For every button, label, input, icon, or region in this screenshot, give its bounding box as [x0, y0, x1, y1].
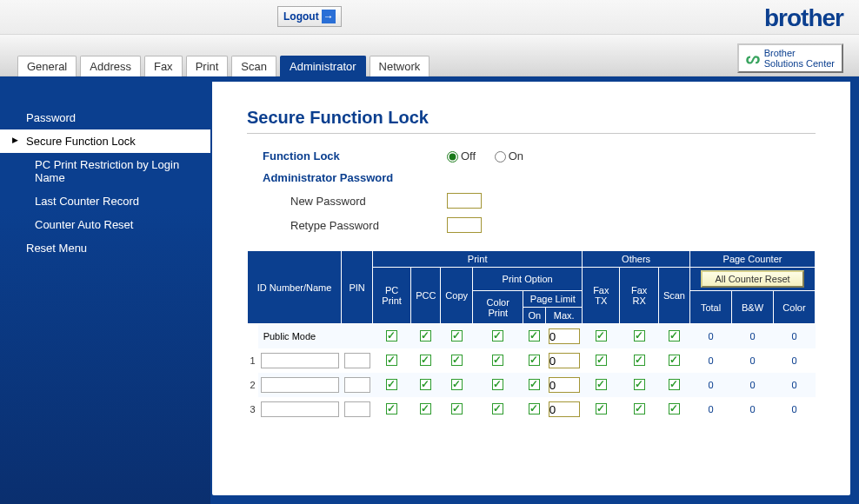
- colorprint-checkbox[interactable]: [492, 403, 503, 414]
- color-value: 0: [774, 324, 816, 349]
- col-pagecounter: Page Counter: [690, 251, 816, 268]
- pcc-checkbox[interactable]: [420, 355, 431, 366]
- brand-logo: brother: [764, 4, 843, 32]
- retype-password-label: Retype Password: [247, 219, 447, 232]
- plon-checkbox[interactable]: [529, 330, 540, 342]
- color-value: 0: [774, 373, 816, 397]
- tab-administrator[interactable]: Administrator: [280, 56, 366, 76]
- pcprint-checkbox[interactable]: [386, 379, 397, 390]
- row-index: 2: [248, 373, 258, 397]
- solutions-icon: ᔕ: [746, 49, 760, 68]
- retype-password-input[interactable]: [447, 217, 482, 233]
- solutions-center-link[interactable]: ᔕ Brother Solutions Center: [737, 43, 843, 73]
- pin-input[interactable]: [344, 377, 370, 393]
- function-lock-off[interactable]: Off: [447, 149, 476, 162]
- plon-checkbox[interactable]: [529, 379, 540, 390]
- pin-input[interactable]: [344, 353, 370, 368]
- faxrx-checkbox[interactable]: [634, 330, 645, 342]
- colorprint-checkbox[interactable]: [492, 379, 503, 390]
- tab-print[interactable]: Print: [186, 56, 229, 76]
- col-total: Total: [690, 291, 732, 324]
- faxtx-checkbox[interactable]: [596, 330, 607, 342]
- scan-checkbox[interactable]: [669, 330, 680, 342]
- sidebar-item-counter-auto-reset[interactable]: Counter Auto Reset: [0, 213, 210, 236]
- total-value: 0: [690, 348, 732, 373]
- copy-checkbox[interactable]: [451, 330, 463, 342]
- col-on: On: [523, 308, 546, 324]
- total-value: 0: [690, 373, 732, 397]
- sidebar: PasswordSecure Function LockPC Print Res…: [0, 80, 210, 504]
- sidebar-item-secure-function-lock[interactable]: Secure Function Lock: [0, 129, 210, 153]
- max-input[interactable]: [549, 377, 580, 393]
- pcprint-checkbox[interactable]: [386, 330, 397, 342]
- faxtx-checkbox[interactable]: [596, 355, 607, 366]
- pcprint-checkbox[interactable]: [386, 355, 397, 366]
- row-index: [248, 324, 258, 349]
- pin-input[interactable]: [344, 401, 370, 417]
- row-name-label: Public Mode: [258, 324, 342, 349]
- faxrx-checkbox[interactable]: [634, 355, 645, 366]
- col-pcprint: PC Print: [373, 268, 411, 324]
- faxtx-checkbox[interactable]: [596, 403, 607, 414]
- logout-button[interactable]: Logout →: [277, 6, 342, 27]
- col-copy: Copy: [441, 268, 473, 324]
- colorprint-checkbox[interactable]: [492, 355, 503, 366]
- copy-checkbox[interactable]: [451, 379, 463, 390]
- faxtx-checkbox[interactable]: [596, 379, 607, 390]
- sidebar-item-pc-print-restriction-by-login-name[interactable]: PC Print Restriction by Login Name: [0, 153, 210, 189]
- name-input[interactable]: [261, 353, 339, 368]
- pcprint-checkbox[interactable]: [386, 403, 397, 414]
- logout-label: Logout: [283, 10, 319, 23]
- pcc-checkbox[interactable]: [420, 379, 431, 390]
- page-title: Secure Function Lock: [247, 108, 816, 134]
- col-scan: Scan: [658, 268, 689, 324]
- tab-general[interactable]: General: [17, 56, 77, 76]
- col-pin: PIN: [342, 251, 373, 324]
- main-tabs: GeneralAddressFaxPrintScanAdministratorN…: [17, 56, 430, 76]
- all-counter-reset-button[interactable]: All Counter Reset: [701, 270, 803, 288]
- col-max: Max.: [546, 308, 583, 324]
- total-value: 0: [690, 324, 732, 349]
- radio-on[interactable]: [495, 151, 506, 162]
- plon-checkbox[interactable]: [529, 403, 540, 414]
- admin-password-label: Administrator Password: [247, 171, 447, 184]
- name-input[interactable]: [261, 377, 339, 393]
- plon-checkbox[interactable]: [529, 355, 540, 366]
- max-input[interactable]: [549, 328, 580, 344]
- colorprint-checkbox[interactable]: [492, 330, 503, 342]
- new-password-input[interactable]: [447, 193, 482, 209]
- faxrx-checkbox[interactable]: [634, 379, 645, 390]
- sidebar-item-password[interactable]: Password: [0, 106, 210, 129]
- scan-checkbox[interactable]: [669, 355, 680, 366]
- pcc-checkbox[interactable]: [420, 330, 431, 342]
- color-value: 0: [774, 348, 816, 373]
- copy-checkbox[interactable]: [451, 355, 463, 366]
- copy-checkbox[interactable]: [451, 403, 463, 414]
- tab-fax[interactable]: Fax: [144, 56, 183, 76]
- table-row: 2000: [248, 373, 816, 397]
- function-lock-table: ID Number/Name PIN Print Others Page Cou…: [247, 250, 816, 421]
- col-bw: B&W: [732, 291, 774, 324]
- faxrx-checkbox[interactable]: [634, 403, 645, 414]
- col-colorprint: Color Print: [473, 291, 523, 324]
- max-input[interactable]: [549, 353, 580, 368]
- row-index: 3: [248, 397, 258, 421]
- function-lock-on[interactable]: On: [495, 149, 523, 162]
- bw-value: 0: [732, 397, 774, 421]
- scan-checkbox[interactable]: [669, 379, 680, 390]
- color-value: 0: [774, 397, 816, 421]
- pcc-checkbox[interactable]: [420, 403, 431, 414]
- total-value: 0: [690, 397, 732, 421]
- tab-network[interactable]: Network: [370, 56, 430, 76]
- name-input[interactable]: [261, 401, 339, 417]
- scan-checkbox[interactable]: [669, 403, 680, 414]
- sidebar-item-reset-menu[interactable]: Reset Menu: [0, 236, 210, 260]
- tab-address[interactable]: Address: [80, 56, 141, 76]
- bsc-line2: Solutions Center: [764, 58, 835, 69]
- table-row: Public Mode000: [248, 324, 816, 349]
- sidebar-item-last-counter-record[interactable]: Last Counter Record: [0, 189, 210, 213]
- bw-value: 0: [732, 324, 774, 349]
- tab-scan[interactable]: Scan: [231, 56, 276, 76]
- radio-off[interactable]: [447, 151, 458, 162]
- max-input[interactable]: [549, 401, 580, 417]
